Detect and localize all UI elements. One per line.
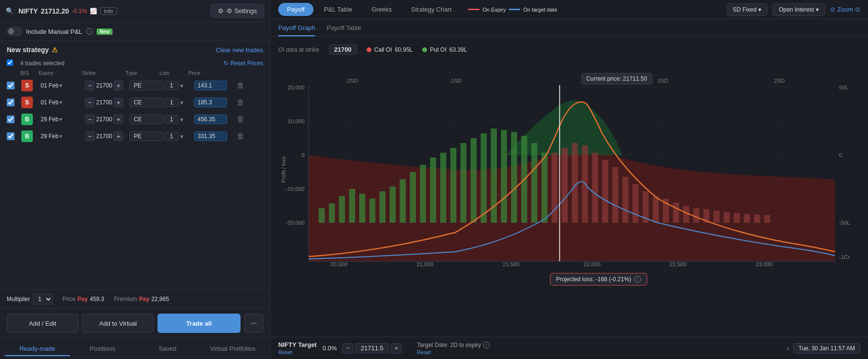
row-3-type: CE	[129, 115, 163, 124]
more-button[interactable]: ···	[244, 314, 263, 333]
legend-expiry-line	[468, 9, 480, 10]
row-2-price[interactable]	[194, 98, 227, 107]
svg-rect-32	[349, 189, 356, 223]
expiry-dropdown-icon[interactable]: ▾	[59, 133, 62, 140]
lots-input[interactable]	[164, 132, 179, 141]
date-display: Tue, 30 Jan 11:57 AM	[793, 343, 860, 354]
select-all-checkbox[interactable]	[7, 59, 13, 66]
lots-dropdown-icon[interactable]: ▾	[180, 133, 184, 140]
expiry-dropdown-icon[interactable]: ▾	[59, 116, 62, 123]
strike-increase-btn[interactable]: +	[114, 131, 123, 141]
projected-loss-tooltip: Projected loss: -168 (-0.21%) i	[550, 273, 647, 286]
target-input[interactable]	[355, 343, 389, 353]
target-date-info-icon[interactable]: i	[483, 342, 490, 348]
lots-input[interactable]	[164, 98, 179, 107]
row-2-checkbox[interactable]	[7, 99, 14, 106]
target-increase-btn[interactable]: +	[391, 343, 401, 354]
sub-tab-payoff-table[interactable]: Payoff Table	[327, 22, 361, 36]
svg-rect-29	[319, 208, 325, 223]
zoom-button[interactable]: ⊙ Zoom ⊙	[830, 6, 860, 13]
sub-tab-payoff-graph[interactable]: Payoff Graph	[278, 22, 315, 36]
multiplier-select[interactable]: 1 2 5	[33, 294, 53, 304]
clear-trades-button[interactable]: Clear new trades	[216, 46, 263, 54]
target-date-reset[interactable]: Reset	[417, 349, 490, 355]
premium-action: Pay	[139, 296, 149, 302]
open-interest-button[interactable]: Open Interest ▾	[772, 3, 825, 16]
svg-text:-10,000: -10,000	[285, 186, 304, 192]
oi-header: OI data at strike 21700 Call OI 60.95L P…	[278, 42, 860, 58]
trade-all-button[interactable]: Trade all	[157, 314, 240, 333]
nifty-target-group: NIFTY Target Reset	[278, 341, 317, 355]
svg-rect-60	[632, 184, 639, 223]
nav-tab-greeks[interactable]: Greeks	[363, 3, 400, 16]
nav-tab-payoff[interactable]: Payoff	[278, 3, 313, 16]
svg-rect-57	[602, 160, 609, 223]
strike-increase-btn[interactable]: +	[114, 98, 123, 107]
expiry-dropdown-icon[interactable]: ▾	[59, 82, 62, 89]
add-edit-button[interactable]: Add / Edit	[7, 314, 78, 333]
strike-decrease-btn[interactable]: −	[85, 131, 95, 141]
row-1-price[interactable]	[194, 81, 227, 90]
svg-text:20,500: 20,500	[330, 261, 347, 267]
row-4-checkbox[interactable]	[7, 132, 14, 140]
nifty-price: 21712.20	[41, 7, 69, 15]
tab-virtual-portfolios[interactable]: Virtual Portfolios	[200, 342, 265, 356]
lots-dropdown-icon[interactable]: ▾	[180, 116, 184, 123]
left-panel: 🔍 NIFTY 21712.20 -0.1% 📈 Info ⚙ ⚙ Settin…	[0, 0, 270, 359]
svg-rect-54	[572, 143, 578, 223]
put-oi-label: Put OI	[430, 46, 446, 53]
col-strike: Strike	[82, 70, 126, 76]
projected-loss-info-icon[interactable]: i	[634, 276, 641, 283]
strike-increase-btn[interactable]: +	[114, 115, 123, 124]
row-3-checkbox[interactable]	[7, 115, 14, 123]
target-decrease-btn[interactable]: −	[342, 343, 353, 354]
lots-dropdown-icon[interactable]: ▾	[180, 82, 184, 89]
lots-dropdown-icon[interactable]: ▾	[180, 99, 184, 106]
tab-positions[interactable]: Positions	[70, 342, 135, 356]
manual-pnl-info-icon[interactable]: i	[86, 28, 93, 35]
manual-pnl-toggle[interactable]	[7, 27, 22, 36]
row-3-price[interactable]	[194, 115, 227, 124]
strike-increase-btn[interactable]: +	[114, 81, 123, 90]
table-row: B 29 Feb ▾ − 21700 + PE ▾ 🗑	[5, 129, 265, 144]
delete-row-3-button[interactable]: 🗑	[234, 115, 247, 124]
svg-rect-50	[531, 143, 538, 223]
svg-rect-31	[339, 196, 345, 223]
col-lots: Lots	[159, 70, 188, 76]
strike-decrease-btn[interactable]: −	[85, 81, 95, 90]
strike-decrease-btn[interactable]: −	[85, 115, 95, 124]
delete-row-2-button[interactable]: 🗑	[234, 98, 247, 107]
row-4-price[interactable]	[194, 131, 227, 141]
settings-button[interactable]: ⚙ ⚙ Settings	[211, 4, 264, 18]
info-badge[interactable]: Info	[100, 7, 116, 15]
col-bs: B/S	[20, 70, 39, 76]
nav-tab-strategy-chart[interactable]: Strategy Chart	[402, 3, 460, 16]
add-virtual-button[interactable]: Add to Virtual	[82, 314, 154, 333]
tab-ready-made[interactable]: Ready-made	[5, 342, 70, 356]
svg-text:1SD: 1SD	[657, 78, 668, 84]
strike-decrease-btn[interactable]: −	[85, 98, 95, 107]
date-prev-btn[interactable]: ‹	[787, 344, 789, 353]
delete-row-1-button[interactable]: 🗑	[234, 81, 247, 90]
delete-row-4-button[interactable]: 🗑	[234, 132, 247, 141]
lots-input[interactable]	[164, 81, 179, 90]
payoff-chart-svg: 20,000 10,000 0 -10,000 -20,000 50L 0 -5…	[278, 58, 860, 271]
nifty-change: -0.1%	[72, 8, 87, 14]
reset-prices-button[interactable]: ↻ Reset Prices	[224, 60, 263, 67]
tab-saved[interactable]: Saved	[135, 342, 200, 356]
sd-fixed-button[interactable]: SD Fixed ▾	[726, 3, 768, 16]
nav-tab-pl-table[interactable]: P&L Table	[315, 3, 361, 16]
row-1-checkbox[interactable]	[7, 82, 14, 89]
svg-rect-43	[460, 143, 467, 223]
svg-rect-42	[450, 148, 456, 223]
expiry-dropdown-icon[interactable]: ▾	[59, 99, 62, 106]
nifty-target-reset[interactable]: Reset	[278, 349, 317, 355]
lots-input[interactable]	[164, 115, 179, 124]
trades-table: 4 trades selected ↻ Reset Prices B/S Exp…	[0, 57, 270, 289]
strategy-header: New strategy ⚠ Clear new trades	[0, 41, 270, 57]
svg-rect-72	[754, 215, 760, 223]
svg-text:2SD: 2SD	[774, 78, 784, 84]
row-1-lots: ▾	[164, 81, 193, 90]
nifty-price-group: NIFTY 21712.20 -0.1% 📈 Info	[18, 7, 117, 15]
top-nav: Payoff P&L Table Greeks Strategy Chart O…	[270, 0, 868, 19]
